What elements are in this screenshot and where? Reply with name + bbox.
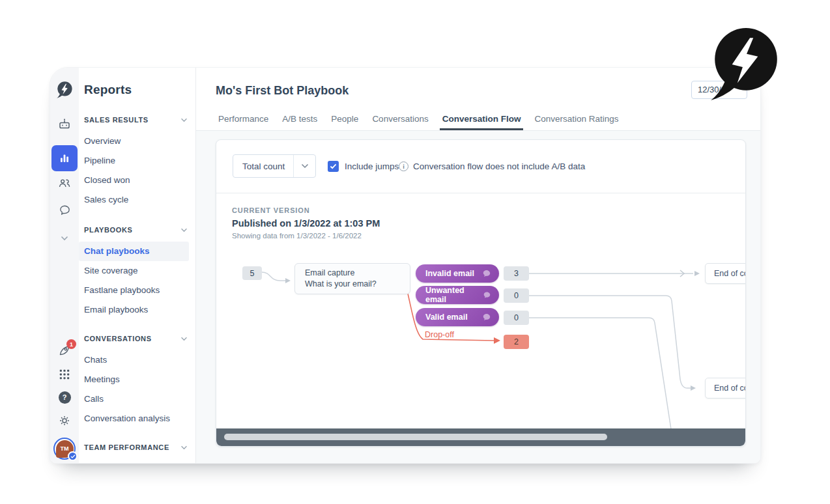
drift-logo-icon[interactable] <box>55 81 74 99</box>
email-capture-node[interactable]: Email capture What is your email? <box>294 263 410 294</box>
count-invalid-email[interactable]: 3 <box>504 266 529 281</box>
sidebar-item-fastlane-playbooks[interactable]: Fastlane playbooks <box>79 281 195 300</box>
chevron-down-icon <box>180 228 188 232</box>
include-jumps-checkbox[interactable] <box>328 161 339 172</box>
data-range-text: Showing data from 1/3/2022 - 1/6/2022 <box>232 232 362 240</box>
tab-bar: Performance A/B tests People Conversatio… <box>216 114 622 130</box>
sidebar-title: Reports <box>84 83 195 97</box>
count-valid-email[interactable]: 0 <box>504 311 529 325</box>
chevron-down-icon <box>180 445 188 450</box>
reports-nav-active-tile[interactable] <box>51 145 78 171</box>
reports-sidebar: Reports SALES RESULTS Overview Pipeline … <box>79 68 196 463</box>
chat-bubble-icon <box>482 313 491 322</box>
published-text: Published on 1/3/2022 at 1:03 PM <box>232 218 380 229</box>
count-mode-select[interactable]: Total count <box>233 154 316 178</box>
settings-gear-icon[interactable] <box>58 414 71 427</box>
node-title: Email capture <box>305 268 410 277</box>
tab-people[interactable]: People <box>328 114 361 130</box>
current-version-label: CURRENT VERSION <box>232 206 310 214</box>
chevron-down-icon <box>180 118 188 122</box>
people-icon[interactable] <box>58 176 71 189</box>
sidebar-item-team-overview[interactable]: Overview <box>79 459 195 464</box>
sidebar-item-closed-won[interactable]: Closed won <box>79 171 195 190</box>
sidebar-item-conversation-analysis[interactable]: Conversation analysis <box>79 409 195 428</box>
end-of-conversation-node-2[interactable]: End of con <box>705 378 746 399</box>
check-icon <box>330 163 337 169</box>
main-area: Mo's First Bot Playbook 12/30/2 Performa… <box>196 68 760 463</box>
section-sales-results[interactable]: SALES RESULTS <box>79 114 195 126</box>
horizontal-scrollbar[interactable] <box>216 428 745 446</box>
chat-bubble-icon <box>482 269 491 278</box>
info-icon: i <box>399 161 408 171</box>
scrollbar-thumb[interactable] <box>224 434 607 440</box>
page-header: Mo's First Bot Playbook 12/30/2 Performa… <box>196 68 760 131</box>
page-title: Mo's First Bot Playbook <box>216 84 349 98</box>
app-grid-icon[interactable] <box>58 368 71 381</box>
sidebar-item-meetings[interactable]: Meetings <box>79 370 195 389</box>
sidebar-item-overview[interactable]: Overview <box>79 132 195 151</box>
bot-icon[interactable] <box>58 117 71 130</box>
section-conversations[interactable]: CONVERSATIONS <box>79 333 195 344</box>
icon-rail: 1 ? TM <box>50 68 79 463</box>
branch-unwanted-email[interactable]: Unwanted email <box>416 286 499 304</box>
chat-bubble-icon <box>483 290 491 300</box>
sidebar-item-sales-cycle[interactable]: Sales cycle <box>79 190 195 210</box>
sidebar-item-pipeline[interactable]: Pipeline <box>79 151 195 171</box>
rocket-icon[interactable]: 1 <box>58 344 71 357</box>
notification-badge: 1 <box>66 339 76 349</box>
count-dropoff[interactable]: 2 <box>504 335 529 349</box>
tab-performance[interactable]: Performance <box>216 114 271 130</box>
include-jumps-label[interactable]: Include jumps <box>345 161 399 171</box>
drift-logo-watermark <box>708 25 781 105</box>
node-question: What is your email? <box>305 279 410 288</box>
sidebar-item-chats[interactable]: Chats <box>79 350 195 370</box>
chevron-down-icon[interactable] <box>58 232 71 245</box>
bar-chart-icon <box>58 152 71 165</box>
chat-bubble-icon[interactable] <box>58 203 71 216</box>
branch-invalid-email[interactable]: Invalid email <box>416 264 499 283</box>
branch-valid-email[interactable]: Valid email <box>416 308 499 326</box>
count-unwanted-email[interactable]: 0 <box>504 288 529 303</box>
tab-conversation-ratings[interactable]: Conversation Ratings <box>532 114 621 130</box>
sidebar-item-email-playbooks[interactable]: Email playbooks <box>79 300 195 320</box>
sidebar-item-chat-playbooks[interactable]: Chat playbooks <box>79 242 189 261</box>
verified-check-icon <box>68 451 78 461</box>
end-of-conversation-node-1[interactable]: End of con <box>705 263 746 284</box>
chevron-down-icon <box>293 155 315 177</box>
app-window: 1 ? TM Reports SALES <box>50 67 761 464</box>
tab-conversation-flow[interactable]: Conversation Flow <box>440 114 524 130</box>
chevron-down-icon <box>180 337 188 341</box>
sidebar-item-site-coverage[interactable]: Site coverage <box>79 261 195 281</box>
sidebar-item-calls[interactable]: Calls <box>79 389 195 409</box>
entry-count-box[interactable]: 5 <box>242 266 262 280</box>
help-icon[interactable]: ? <box>58 391 71 404</box>
section-team-performance[interactable]: TEAM PERFORMANCE <box>79 441 195 453</box>
dropoff-label: Drop-off <box>425 330 454 339</box>
tab-conversations[interactable]: Conversations <box>369 114 431 130</box>
user-avatar[interactable]: TM <box>53 438 76 460</box>
select-value: Total count <box>233 161 293 171</box>
ab-data-note: Conversation flow does not include A/B d… <box>413 161 585 171</box>
conversation-flow-canvas: Total count Include jumps i Conversation… <box>216 139 746 447</box>
section-playbooks[interactable]: PLAYBOOKS <box>79 224 195 236</box>
tab-ab-tests[interactable]: A/B tests <box>279 114 320 130</box>
